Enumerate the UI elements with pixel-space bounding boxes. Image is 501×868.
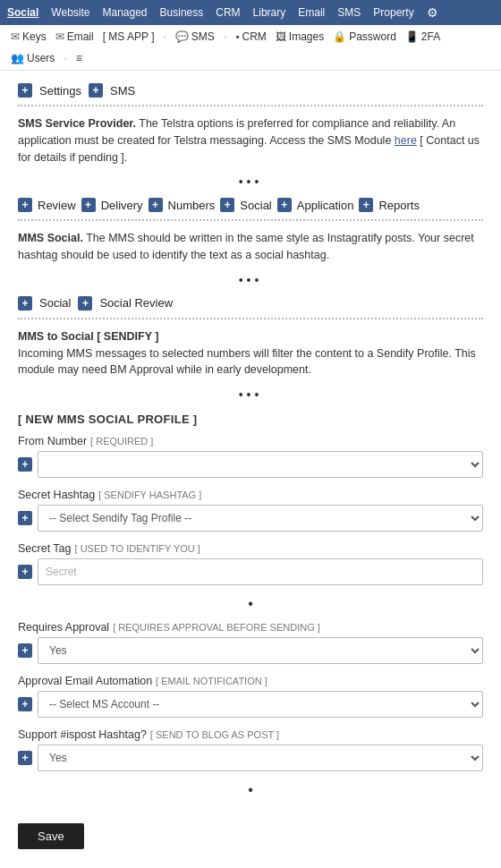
approval-email-plus-btn[interactable]: + (18, 697, 32, 711)
images-icon: 🖼 (276, 30, 286, 43)
nav-images-label: Images (289, 30, 324, 43)
mms-social-title: MMS Social. (18, 232, 83, 244)
dots-separator2: ••• (18, 273, 483, 287)
settings-plus-btn[interactable]: + (18, 83, 32, 98)
nav-msapp-label: [ MS APP ] (103, 30, 155, 43)
sms-plus-btn[interactable]: + (89, 83, 103, 98)
from-number-label: From Number [ REQUIRED ] (18, 435, 483, 447)
nav-password-label: Password (349, 30, 396, 43)
numbers-plus-btn[interactable]: + (149, 198, 163, 212)
support-hashtag-row: + Yes No (18, 745, 483, 771)
secret-hashtag-label: Secret Hashtag [ SENDIFY HASHTAG ] (18, 489, 483, 501)
separator3: · (64, 52, 66, 64)
topnav-property[interactable]: Property (373, 6, 413, 19)
reports-plus-btn[interactable]: + (359, 198, 373, 212)
secret-tag-input[interactable] (38, 558, 483, 585)
approval-email-select[interactable]: -- Select MS Account -- (38, 691, 483, 718)
secret-hashtag-row: + -- Select Sendify Tag Profile -- (18, 505, 483, 532)
nav-keys-label: Keys (22, 30, 47, 43)
from-number-field: From Number [ REQUIRED ] + (18, 435, 483, 478)
topnav-library[interactable]: Library (253, 6, 286, 19)
support-hashtag-field: Support #ispost Hashtag? [ SEND TO BLOG … (18, 728, 483, 771)
from-number-label-text: From Number (18, 435, 87, 447)
sms-desc-bold: SMS Service Provider. (18, 117, 136, 130)
nav-password[interactable]: 🔒 Password (333, 30, 396, 43)
approval-email-label-text: Approval Email Automation (18, 675, 152, 687)
social-review-header: + Social + Social Review (18, 296, 483, 311)
gear-icon[interactable]: ⚙ (427, 5, 438, 20)
nav-email-label: Email (67, 30, 94, 43)
new-profile-heading: [ NEW MMS SOCIAL PROFILE ] (18, 413, 483, 426)
twofa-icon: 📱 (405, 30, 419, 43)
topnav-sms[interactable]: SMS (337, 6, 361, 19)
social-tab-plus-btn[interactable]: + (220, 198, 234, 212)
approval-email-field: Approval Email Automation [ EMAIL NOTIFI… (18, 675, 483, 718)
secret-tag-row: + (18, 558, 483, 585)
requires-approval-plus-btn[interactable]: + (18, 643, 32, 658)
sms-label: SMS (110, 84, 135, 98)
ellipsis-icon[interactable]: ≡ (76, 52, 82, 64)
social-plus-btn[interactable]: + (18, 296, 32, 311)
mms-to-social-desc: MMS to Social [ SENDIFY ] Incoming MMS m… (18, 328, 483, 379)
nav-2fa[interactable]: 📱 2FA (405, 30, 440, 43)
nav-crm-label: CRM (242, 30, 266, 43)
topnav-managed[interactable]: Managed (103, 6, 148, 19)
secret-hashtag-plus-btn[interactable]: + (18, 511, 32, 525)
nav-sms[interactable]: 💬 SMS (175, 30, 215, 43)
tab-review[interactable]: Review (38, 199, 76, 212)
support-hashtag-label-text: Support #ispost Hashtag? (18, 728, 147, 741)
tab-reports[interactable]: Reports (378, 199, 420, 212)
from-number-plus-btn[interactable]: + (18, 457, 32, 472)
requires-approval-row: + Yes No (18, 637, 483, 664)
requires-approval-label-text: Requires Approval (18, 621, 109, 634)
delivery-plus-btn[interactable]: + (81, 198, 96, 212)
topnav-crm[interactable]: CRM (216, 6, 240, 19)
topnav-email[interactable]: Email (298, 6, 325, 19)
mms-to-social-title: MMS to Social [ SENDIFY ] (18, 330, 158, 343)
requires-approval-field: Requires Approval [ REQUIRES APPROVAL BE… (18, 621, 483, 664)
nav-keys[interactable]: ✉ Keys (11, 30, 47, 43)
secret-tag-plus-btn[interactable]: + (18, 565, 32, 579)
nav-2fa-label: 2FA (421, 30, 440, 43)
requires-approval-select[interactable]: Yes No (38, 637, 483, 664)
lock-icon: 🔒 (333, 30, 346, 43)
review-plus-btn[interactable]: + (18, 198, 32, 212)
top-nav: Social Website Managed Business CRM Libr… (0, 0, 501, 25)
topnav-social[interactable]: Social (7, 6, 38, 19)
social-review-plus-btn[interactable]: + (78, 296, 92, 311)
tab-delivery[interactable]: Delivery (101, 199, 143, 212)
secret-hashtag-select[interactable]: -- Select Sendify Tag Profile -- (38, 505, 483, 532)
nav-email[interactable]: ✉ Email (55, 30, 94, 43)
save-button[interactable]: Save (18, 823, 84, 849)
topnav-website[interactable]: Website (51, 6, 89, 19)
from-number-sub: [ REQUIRED ] (90, 436, 153, 447)
mms-social-text: The MMS should be written in the same st… (18, 232, 474, 261)
dot-separator5: • (18, 782, 483, 798)
from-number-select[interactable] (38, 451, 483, 478)
nav-crm[interactable]: ▪ CRM (235, 30, 267, 43)
nav-images[interactable]: 🖼 Images (276, 30, 324, 43)
divider2 (18, 219, 483, 221)
secret-tag-label-text: Secret Tag (18, 542, 72, 555)
application-plus-btn[interactable]: + (277, 198, 292, 212)
main-content: + Settings + SMS SMS Service Provider. T… (0, 71, 501, 868)
nav-sms-label: SMS (191, 30, 215, 43)
tab-social[interactable]: Social (240, 199, 271, 212)
nav-msapp[interactable]: [ MS APP ] (103, 30, 155, 43)
mms-social-desc: MMS Social. The MMS should be written in… (18, 230, 483, 264)
support-hashtag-select[interactable]: Yes No (38, 745, 483, 771)
sms-icon: 💬 (175, 30, 189, 43)
tab-numbers[interactable]: Numbers (168, 199, 216, 212)
separator1: · (164, 30, 166, 43)
keys-icon: ✉ (11, 30, 20, 43)
dots-separator3: ••• (18, 387, 483, 402)
nav-users-label: Users (27, 52, 55, 64)
nav-users[interactable]: 👥 Users (11, 52, 55, 64)
topnav-business[interactable]: Business (160, 6, 204, 19)
support-hashtag-plus-btn[interactable]: + (18, 751, 32, 765)
sms-desc-link[interactable]: here (395, 134, 417, 147)
users-icon: 👥 (11, 52, 24, 64)
requires-approval-label: Requires Approval [ REQUIRES APPROVAL BE… (18, 621, 483, 634)
tab-application[interactable]: Application (297, 199, 354, 212)
divider1 (18, 105, 483, 106)
